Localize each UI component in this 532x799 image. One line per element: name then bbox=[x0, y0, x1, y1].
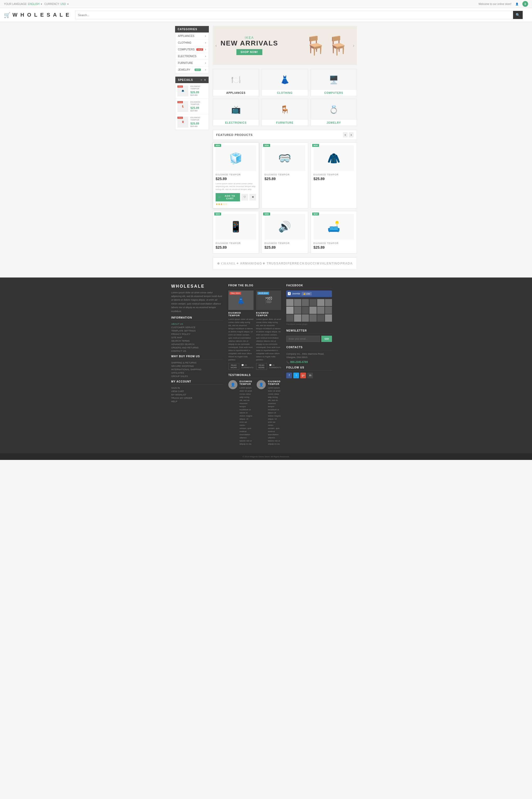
add-to-cart-button[interactable]: 🛒 ADD TO CART bbox=[215, 193, 240, 202]
footer-link-template[interactable]: TEMPLATE SETTINGS bbox=[171, 329, 223, 332]
footer-link-contact[interactable]: CONTACT US bbox=[171, 350, 223, 352]
sidebar-item-label: ELECTRONICS bbox=[178, 55, 196, 58]
language-value[interactable]: ENGLISH bbox=[28, 3, 39, 5]
compare-button[interactable]: ✕ bbox=[249, 194, 256, 201]
logo[interactable]: 🛒 W H O L E S A L E bbox=[4, 12, 70, 18]
category-appliances[interactable]: 🍽️ APPLIANCES bbox=[213, 69, 259, 96]
sidebar-item-appliances[interactable]: APPLIANCES › bbox=[175, 33, 209, 39]
hero-subtitle: IKEA bbox=[221, 36, 278, 39]
facebook-title: FACEBOOK bbox=[286, 284, 332, 288]
fb-photo-1 bbox=[286, 299, 293, 306]
category-label: COMPUTERS bbox=[311, 90, 357, 96]
footer-link-orders[interactable]: ORDERS AND RETURNS bbox=[171, 346, 223, 349]
testimonial-1: 👤 EIUSMOD TEMPOR Lorem ipsum dolor sit a… bbox=[228, 380, 253, 445]
newsletter-email-input[interactable] bbox=[286, 336, 320, 342]
footer-link-affiliates[interactable]: AFFILIATES bbox=[171, 372, 223, 374]
footer-link-shipping[interactable]: SHIPPING & RETURNS bbox=[171, 361, 223, 364]
specials-prev[interactable]: − bbox=[201, 78, 203, 81]
cart-count[interactable]: 0 bbox=[522, 1, 528, 7]
product-card-5: NEW 🔊 EIUSMOD TEMPOR $25.89 bbox=[262, 211, 308, 253]
brand-chanel[interactable]: ⊛ CHANEL bbox=[217, 262, 236, 266]
sidebar-item-clothing[interactable]: CLOTHING › bbox=[175, 39, 209, 46]
brand-ferre[interactable]: FERRE bbox=[288, 262, 300, 265]
category-jewelry[interactable]: 💍 JEWELRY bbox=[311, 99, 357, 126]
testimonial-content-2: EIUSMOD TEMPOR Lorem ipsum dolor sit ame… bbox=[268, 380, 281, 445]
top-bar-left: YOUR LANGUAGE: ENGLISH ▾ CURRENCY: USD ▾ bbox=[4, 3, 69, 5]
main-content: ‹ IKEA NEW ARRIVALS SHOP NOW! 🪑🪑 › 🍽️ AP… bbox=[213, 26, 357, 273]
product-image: 🧥 bbox=[314, 145, 354, 171]
brand-prada[interactable]: PRADA bbox=[340, 262, 353, 265]
category-electronics[interactable]: 📺 ELECTRONICS bbox=[213, 99, 259, 126]
brand-trussardi[interactable]: ⚜ TRUSSARDI bbox=[262, 262, 287, 265]
search-button[interactable]: 🔍 bbox=[513, 11, 522, 19]
footer-description: Lorem ipsum dolor sit amet conse ctetur … bbox=[171, 291, 223, 313]
special-name: EIUSMOD TEMPOR bbox=[190, 101, 207, 106]
testimonial-name-1: EIUSMOD TEMPOR bbox=[240, 380, 253, 385]
sidebar-item-computers[interactable]: COMPUTERS SALE › bbox=[175, 46, 209, 53]
footer-link-track[interactable]: TRACK MY ORDER bbox=[171, 397, 223, 399]
brand-armani[interactable]: ✦ ARMANI bbox=[236, 262, 254, 265]
brand-m[interactable]: M bbox=[317, 262, 320, 265]
footer-logo[interactable]: WHOLESALE bbox=[171, 284, 223, 289]
newsletter-form: GO! bbox=[286, 336, 332, 342]
featured-prev-button[interactable]: ‹ bbox=[343, 132, 347, 137]
hero-shop-now-button[interactable]: SHOP NOW! bbox=[236, 49, 262, 55]
footer-link-group[interactable]: GROUP SALES bbox=[171, 375, 223, 378]
footer-link-cart[interactable]: VIEW CART bbox=[171, 390, 223, 393]
sidebar-item-electronics[interactable]: ELECTRONICS › bbox=[175, 53, 209, 60]
specials-next[interactable]: + bbox=[204, 78, 206, 81]
brand-dg[interactable]: D&G bbox=[254, 262, 262, 265]
hero-arrow-right[interactable]: › bbox=[353, 43, 354, 48]
user-icon[interactable]: 👤 bbox=[515, 3, 518, 5]
category-clothing[interactable]: 👗 CLOTHING bbox=[262, 69, 308, 96]
footer-link-secure[interactable]: SECURE SHOPPING bbox=[171, 365, 223, 367]
facebook-like-button[interactable]: 👍 Like bbox=[302, 292, 312, 296]
testimonial-2: 👤 EIUSMOD TEMPOR Lorem ipsum dolor sit a… bbox=[256, 380, 281, 445]
currency-value[interactable]: USD bbox=[60, 3, 66, 5]
footer-link-wishlist[interactable]: MY WISHLIST bbox=[171, 394, 223, 396]
category-computers[interactable]: 🖥️ COMPUTERS bbox=[311, 69, 357, 96]
footer-link-international[interactable]: INTERNATIONAL SHIPPING bbox=[171, 368, 223, 371]
brand-ck[interactable]: CK bbox=[300, 262, 305, 265]
blog-image-1: FALL 2015 👗 bbox=[228, 290, 253, 310]
brand-gucci[interactable]: GUCCI bbox=[305, 262, 317, 265]
read-more-button-2[interactable]: READ MORE bbox=[256, 363, 267, 370]
sale-badge: SALE bbox=[177, 117, 183, 119]
brand-valentino[interactable]: VALENTINO bbox=[320, 262, 340, 265]
sidebar-item-furniture[interactable]: FURNITURE › bbox=[175, 60, 209, 66]
fb-photo-17 bbox=[317, 315, 324, 322]
footer-link-signin[interactable]: SIGN IN bbox=[171, 387, 223, 389]
top-bar-right: Welcome to our online store! 👤 0 bbox=[478, 1, 528, 7]
testimonial-text-2: Lorem ipsum dolor sit amet conse ctetur … bbox=[268, 386, 281, 445]
newsletter-submit-button[interactable]: GO! bbox=[321, 336, 332, 342]
featured-next-button[interactable]: › bbox=[349, 132, 354, 137]
specials-section: SPECIALS − + SALE 🧥 EIUSMOD TEMPOR $25.8… bbox=[175, 76, 209, 130]
product-image: 🛋️ bbox=[314, 214, 354, 240]
footer-link-privacy[interactable]: PRIVACY POLICY bbox=[171, 333, 223, 336]
sidebar-nav: APPLIANCES › CLOTHING › COMPUTERS SALE ›… bbox=[175, 33, 209, 73]
footer-link-customer[interactable]: CUSTOMER SERVICE bbox=[171, 326, 223, 329]
fb-photo-9 bbox=[302, 307, 309, 314]
footer-link-help[interactable]: HELP bbox=[171, 400, 223, 403]
categories-section: CATEGORIES APPLIANCES › CLOTHING › COMPU… bbox=[175, 26, 209, 73]
product-name: EIUSMOD TEMPOR bbox=[264, 173, 305, 176]
footer-link-sitemap[interactable]: SITE MAP bbox=[171, 336, 223, 339]
facebook-logo: f bbox=[288, 292, 291, 295]
why-buy-title: WHY BUY FROM US bbox=[171, 355, 223, 359]
footer-link-search[interactable]: SEARCH TERMS bbox=[171, 340, 223, 342]
category-furniture[interactable]: 🪑 FURNITURE bbox=[262, 99, 308, 126]
product-actions: 🛒 ADD TO CART ♡ ✕ bbox=[215, 193, 256, 202]
footer-link-advanced[interactable]: ADVANCED SEARCH bbox=[171, 343, 223, 346]
wishlist-button[interactable]: ♡ bbox=[241, 194, 248, 201]
twitter-social-icon[interactable]: t bbox=[293, 373, 299, 378]
product-card-6: NEW 🛋️ EIUSMOD TEMPOR $25.89 bbox=[311, 211, 357, 253]
read-more-button-1[interactable]: READ MORE bbox=[228, 363, 239, 370]
facebook-social-icon[interactable]: f bbox=[286, 373, 292, 378]
googleplus-social-icon[interactable]: g+ bbox=[300, 373, 306, 378]
category-label: CLOTHING bbox=[262, 90, 307, 96]
search-input[interactable] bbox=[75, 12, 513, 18]
footer-link-about[interactable]: ABOUT US bbox=[171, 323, 223, 325]
sidebar-item-jewelry[interactable]: JEWELRY NEW › bbox=[175, 66, 209, 73]
linkedin-social-icon[interactable]: in bbox=[307, 373, 313, 378]
hero-arrow-left[interactable]: ‹ bbox=[215, 43, 217, 48]
